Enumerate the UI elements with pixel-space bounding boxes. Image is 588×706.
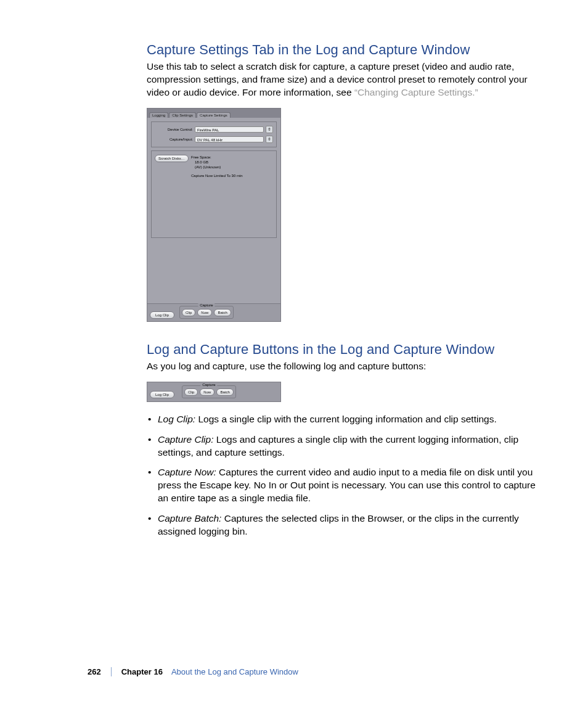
free-space-info: Free Space: 18.0 GB (AV) (Unknown) Captu…: [191, 155, 243, 178]
section2-intro: As you log and capture, use the followin…: [147, 360, 539, 373]
capture-now-button[interactable]: Now: [197, 309, 212, 316]
scratch-disk-group: Scratch Disks… Free Space: 18.0 GB (AV) …: [151, 150, 277, 238]
capture-batch-button[interactable]: Batch: [214, 309, 231, 316]
capture-group-label: Capture: [200, 383, 217, 387]
page-footer: 262 Chapter 16 About the Log and Capture…: [88, 667, 298, 676]
device-control-combo[interactable]: FireWire PAL: [195, 126, 264, 133]
tab-clip-settings[interactable]: Clip Settings: [169, 112, 196, 118]
cross-reference-link[interactable]: “Changing Capture Settings.”: [354, 87, 478, 97]
list-item: Capture Batch: Captures the selected cli…: [147, 512, 539, 538]
chapter-title: About the Log and Capture Window: [171, 667, 298, 676]
list-item: Capture Clip: Logs and captures a single…: [147, 433, 539, 459]
list-item: Capture Now: Captures the current video …: [147, 466, 539, 505]
capture-input-combo[interactable]: DV PAL 48 kHz: [195, 136, 264, 142]
device-control-label: Device Control:: [155, 128, 193, 131]
presets-group: Device Control: FireWire PAL Capture/Inp…: [151, 121, 277, 147]
free-space-line1: Free Space:: [191, 155, 243, 160]
section-heading-1: Capture Settings Tab in the Log and Capt…: [147, 42, 539, 58]
capture-button-group: Capture Clip Now Batch: [179, 306, 234, 319]
log-clip-button[interactable]: Log Clip: [150, 311, 174, 319]
term: Log Clip:: [158, 414, 198, 424]
term: Capture Batch:: [158, 513, 224, 523]
tabs-row: Logging Clip Settings Capture Settings: [147, 109, 280, 118]
stepper-icon[interactable]: [266, 126, 273, 133]
tab-logging[interactable]: Logging: [149, 112, 168, 118]
section1-paragraph: Use this tab to select a scratch disk fo…: [147, 60, 539, 99]
section-heading-2: Log and Capture Buttons in the Log and C…: [147, 342, 539, 358]
stepper-icon[interactable]: [266, 136, 273, 143]
list-item: Log Clip: Logs a single clip with the cu…: [147, 413, 539, 426]
term: Capture Now:: [158, 467, 219, 477]
capture-clip-button[interactable]: Clip: [182, 309, 195, 316]
capture-limit-text: Capture Now Limited To 30 min: [191, 173, 243, 178]
scratch-disks-button[interactable]: Scratch Disks…: [155, 155, 189, 162]
definition: Logs a single clip with the current logg…: [198, 414, 496, 424]
chapter-label: Chapter 16: [121, 667, 171, 676]
capture-batch-button[interactable]: Batch: [216, 388, 233, 396]
tab-capture-settings[interactable]: Capture Settings: [197, 112, 231, 118]
figure-capture-settings-panel: Logging Clip Settings Capture Settings D…: [147, 108, 281, 322]
capture-now-button[interactable]: Now: [200, 388, 214, 396]
free-space-line3: (AV) (Unknown): [191, 165, 243, 170]
capture-group-label: Capture: [198, 303, 214, 307]
capture-input-label: Capture/Input:: [155, 138, 193, 141]
figure-capture-bar: Log Clip Capture Clip Now Batch: [147, 382, 281, 402]
free-space-line2: 18.0 GB: [191, 160, 243, 165]
capture-bar: Log Clip Capture Clip Now Batch: [147, 303, 280, 321]
page-number: 262: [88, 667, 112, 676]
capture-button-group: Capture Clip Now Batch: [182, 385, 236, 398]
log-clip-button[interactable]: Log Clip: [150, 391, 174, 398]
term: Capture Clip:: [158, 434, 216, 445]
capture-clip-button[interactable]: Clip: [184, 388, 198, 396]
definition-list: Log Clip: Logs a single clip with the cu…: [147, 413, 539, 538]
